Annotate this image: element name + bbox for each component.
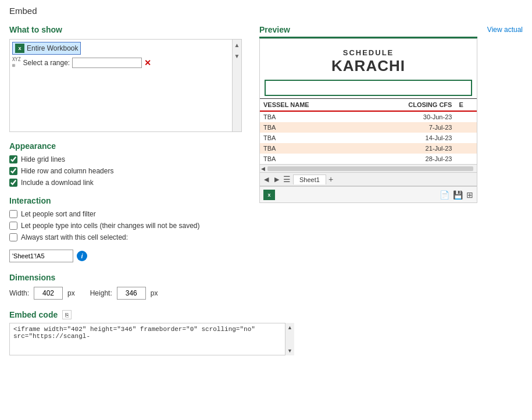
embed-code-line2: src="https://scangl-	[13, 333, 290, 340]
tab-prev-button[interactable]: ◀	[262, 175, 270, 184]
preview-header: Preview View actual	[259, 25, 523, 34]
embed-scroll-up[interactable]: ▲	[285, 323, 294, 332]
tab-next-button[interactable]: ▶	[273, 175, 281, 184]
e-cell	[455, 111, 477, 122]
range-clear-button[interactable]: ✕	[144, 58, 151, 67]
col-e: E	[455, 99, 477, 112]
hide-grid-checkbox[interactable]	[9, 155, 17, 163]
vessel-cell: TBA	[260, 111, 359, 122]
add-sheet-button[interactable]: +	[329, 175, 333, 184]
sort-filter-checkbox[interactable]	[9, 210, 17, 218]
cell-input[interactable]	[9, 250, 73, 262]
scroll-up-arrow[interactable]: ▲	[234, 40, 240, 51]
range-icon-xyz: XYZ	[12, 57, 20, 62]
interaction-heading: Interaction	[9, 196, 242, 205]
preview-frame: SCHEDULE KARACHI VESSEL NAME CLOSING CFS…	[259, 38, 477, 203]
hide-headers-label: Hide row and column headers	[21, 167, 113, 175]
main-layout: What to show x Entire Workbook XYZ ⊞ Sel…	[9, 25, 523, 355]
what-to-show-heading: What to show	[9, 25, 242, 34]
height-unit: px	[151, 289, 158, 297]
hide-grid-label: Hide grid lines	[21, 155, 65, 163]
table-row: TBA7-Jul-23	[260, 122, 477, 133]
always-start-row: Always start with this cell selected: i	[9, 233, 242, 262]
embed-code-wrapper: <iframe width="402" height="346" framebo…	[9, 323, 294, 355]
page-title: Embed	[9, 6, 523, 16]
schedule-text: SCHEDULE	[265, 48, 472, 57]
hide-headers-checkbox[interactable]	[9, 167, 17, 175]
vessel-cell: TBA	[260, 154, 359, 164]
hide-grid-row: Hide grid lines	[9, 155, 242, 163]
include-download-checkbox[interactable]	[9, 179, 17, 187]
info-icon[interactable]: i	[77, 251, 87, 261]
type-cells-label: Let people type into cells (their change…	[21, 222, 200, 230]
dimensions-section: Dimensions Width: px Height: px	[9, 273, 242, 300]
range-row: XYZ ⊞ Select a range: ✕	[12, 57, 239, 68]
preview-table: VESSEL NAME CLOSING CFS E TBA30-Jun-23TB…	[260, 98, 477, 164]
excel-icon: x	[15, 44, 24, 53]
tab-menu-icon[interactable]: ☰	[283, 175, 291, 184]
col-closing-cfs: CLOSING CFS	[359, 99, 455, 112]
height-input[interactable]	[117, 287, 146, 300]
sheet-tab[interactable]: Sheet1	[293, 175, 326, 184]
schedule-header: SCHEDULE KARACHI	[260, 39, 477, 77]
page-container: Embed What to show x Entire Workbook XYZ…	[0, 0, 532, 361]
footer-icon-1[interactable]: 📄	[440, 190, 449, 200]
range-input[interactable]	[72, 58, 142, 68]
vessel-cell: TBA	[260, 133, 359, 143]
e-cell	[455, 154, 477, 164]
excel-footer-badge: x	[263, 190, 275, 200]
appearance-section: Appearance Hide grid lines Hide row and …	[9, 141, 242, 187]
what-to-show-scrollbar[interactable]: ▲ ▼	[232, 40, 241, 131]
hide-headers-row: Hide row and column headers	[9, 167, 242, 175]
e-cell	[455, 143, 477, 154]
left-panel: What to show x Entire Workbook XYZ ⊞ Sel…	[9, 25, 242, 355]
always-start-checkbox[interactable]	[9, 233, 17, 241]
embed-code-section: Embed code ⎘ <iframe width="402" height=…	[9, 310, 242, 355]
e-cell	[455, 133, 477, 143]
footer-icon-3[interactable]: ⊞	[466, 190, 473, 200]
width-input[interactable]	[34, 287, 63, 300]
embed-code-line1: <iframe width="402" height="346" framebo…	[13, 326, 290, 333]
preview-footer-toolbar: x 📄 💾 ⊞	[260, 186, 477, 202]
range-icon-grid: ⊞	[12, 63, 20, 68]
interaction-section: Interaction Let people sort and filter L…	[9, 196, 242, 262]
closing-cell: 30-Jun-23	[359, 111, 455, 122]
scroll-down-arrow[interactable]: ▼	[234, 51, 240, 62]
always-start-checkbox-row: Always start with this cell selected:	[9, 233, 242, 241]
what-to-show-box: x Entire Workbook XYZ ⊞ Select a range: …	[9, 39, 242, 132]
embed-code-box[interactable]: <iframe width="402" height="346" framebo…	[9, 323, 294, 355]
vessel-cell: TBA	[260, 143, 359, 154]
closing-cell: 28-Jul-23	[359, 154, 455, 164]
width-label: Width:	[9, 289, 29, 297]
scroll-track[interactable]	[267, 166, 473, 171]
view-actual-link[interactable]: View actual	[487, 26, 523, 34]
tab-bar: ◀ ▶ ☰ Sheet1 +	[260, 172, 477, 186]
vessel-cell: TBA	[260, 122, 359, 133]
embed-code-copy-icon[interactable]: ⎘	[62, 310, 72, 319]
preview-table-wrapper: VESSEL NAME CLOSING CFS E TBA30-Jun-23TB…	[260, 98, 477, 164]
range-icon: XYZ ⊞	[12, 57, 20, 68]
workbook-label: Entire Workbook	[27, 44, 78, 52]
table-row: TBA28-Jul-23	[260, 154, 477, 164]
type-cells-checkbox[interactable]	[9, 222, 17, 230]
dimensions-row: Width: px Height: px	[9, 287, 242, 300]
preview-label: Preview	[259, 25, 290, 34]
e-cell	[455, 122, 477, 133]
cell-input-row: i	[9, 250, 242, 262]
sort-filter-label: Let people sort and filter	[21, 210, 96, 218]
closing-cell: 7-Jul-23	[359, 122, 455, 133]
entire-workbook-item[interactable]: x Entire Workbook	[12, 42, 81, 55]
embed-code-header: Embed code ⎘	[9, 310, 242, 319]
table-row: TBA21-Jul-23	[260, 143, 477, 154]
include-download-row: Include a download link	[9, 179, 242, 187]
scroll-left-arrow[interactable]: ◀	[261, 166, 265, 172]
embed-code-scrollbar[interactable]: ▲ ▼	[285, 323, 294, 355]
include-download-label: Include a download link	[21, 179, 94, 187]
embed-code-label: Embed code	[9, 310, 58, 319]
horizontal-scrollbar[interactable]: ◀	[260, 164, 477, 172]
footer-icon-2[interactable]: 💾	[453, 190, 463, 200]
col-vessel-name: VESSEL NAME	[260, 99, 359, 112]
karachi-text: KARACHI	[265, 57, 472, 75]
sort-filter-row: Let people sort and filter	[9, 210, 242, 218]
embed-scroll-down[interactable]: ▼	[285, 346, 294, 355]
